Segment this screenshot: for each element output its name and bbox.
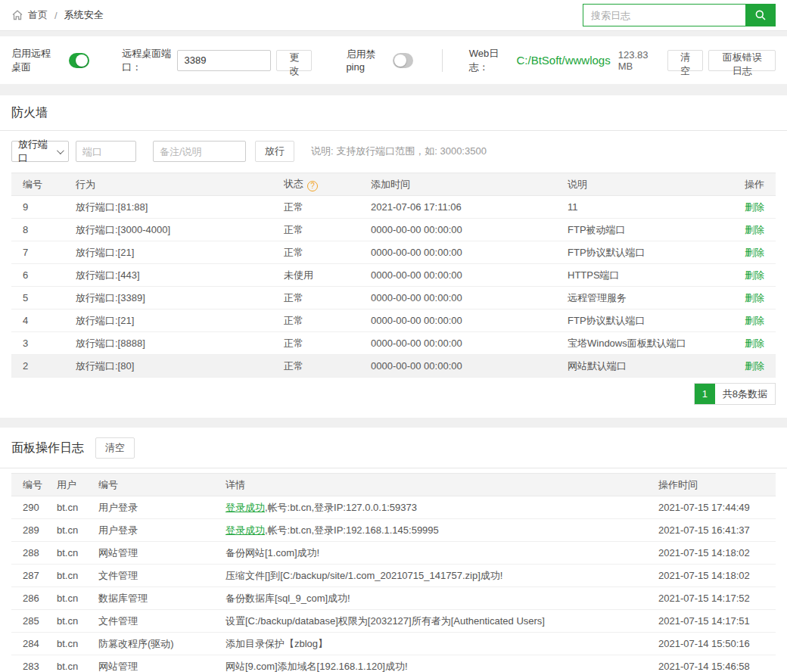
allow-port-button[interactable]: 放行 <box>255 141 294 162</box>
log-id: 288 <box>11 542 45 565</box>
log-id: 289 <box>11 519 45 542</box>
col-remark: 说明 <box>556 173 715 196</box>
rule-action: 放行端口:[81:88] <box>64 196 272 219</box>
section-divider <box>0 418 787 428</box>
port-type-select[interactable]: 放行端口 <box>11 141 69 162</box>
col-user: 用户 <box>45 474 87 496</box>
disable-ping-toggle[interactable] <box>393 53 413 68</box>
change-port-button[interactable]: 更改 <box>276 50 312 71</box>
remark-input[interactable] <box>153 141 246 162</box>
rule-remark: FTP协议默认端口 <box>556 241 715 264</box>
search-button[interactable] <box>745 4 776 26</box>
log-detail-link[interactable]: 登录成功 <box>226 502 265 513</box>
clear-logs-button[interactable]: 清空 <box>95 437 135 459</box>
log-time: 2021-07-15 16:41:37 <box>647 519 776 542</box>
rule-action: 放行端口:[3000-4000] <box>64 219 272 241</box>
rule-status: 正常 <box>272 219 359 241</box>
firewall-hint: 说明: 支持放行端口范围，如: 3000:3500 <box>311 145 487 158</box>
breadcrumb-home-link[interactable]: 首页 <box>28 8 48 22</box>
log-user: bt.cn <box>45 542 87 565</box>
search-input[interactable] <box>583 4 745 26</box>
rule-time: 0000-00-00 00:00:00 <box>359 219 556 241</box>
toggle-knob <box>394 54 406 67</box>
col-id: 编号 <box>11 474 45 496</box>
delete-rule-link[interactable]: 删除 <box>745 338 764 349</box>
rule-status: 正常 <box>272 196 359 219</box>
log-detail: 网站[9.com]添加域名[192.168.1.120]成功! <box>214 655 647 672</box>
remote-port-input[interactable] <box>177 50 271 71</box>
disable-ping-label: 启用禁ping <box>346 48 384 73</box>
log-type: 防篡改程序(驱动) <box>87 633 214 655</box>
firewall-title: 防火墙 <box>11 105 776 121</box>
firewall-rule-row: 3 放行端口:[8888] 正常 0000-00-00 00:00:00 宝塔W… <box>11 332 776 355</box>
log-time: 2021-07-14 15:50:16 <box>647 633 776 655</box>
rule-time: 0000-00-00 00:00:00 <box>359 332 556 355</box>
rule-action: 放行端口:[443] <box>64 264 272 287</box>
rule-action: 放行端口:[21] <box>64 241 272 264</box>
rule-action: 放行端口:[21] <box>64 310 272 332</box>
rule-id: 6 <box>11 264 64 287</box>
log-detail-text: 压缩文件[]到[C:/backup/site/1.com_20210715_14… <box>226 570 502 581</box>
weblog-size: 123.83 MB <box>618 49 657 72</box>
delete-rule-link[interactable]: 删除 <box>745 201 764 213</box>
rule-id: 4 <box>11 310 64 332</box>
log-detail-text: ,帐号:bt.cn,登录IP:127.0.0.1:59373 <box>265 502 417 513</box>
rule-id: 9 <box>11 196 64 219</box>
pagination-total: 共8条数据 <box>715 384 775 404</box>
breadcrumb-bar: 首页 / 系统安全 <box>0 0 787 31</box>
rule-status: 未使用 <box>272 264 359 287</box>
rule-time: 0000-00-00 00:00:00 <box>359 287 556 310</box>
rule-action: 放行端口:[3389] <box>64 287 272 310</box>
col-detail: 详情 <box>214 474 647 496</box>
log-detail: 登录成功,帐号:bt.cn,登录IP:192.168.1.145:59995 <box>214 519 647 542</box>
port-input[interactable] <box>76 141 136 162</box>
log-row: 286 bt.cn 数据库管理 备份数据库[sql_9_com]成功! 2021… <box>11 587 776 610</box>
remote-port-label: 远程桌面端口： <box>122 47 177 74</box>
log-detail: 设置[C:/backup/database]权限为[2032127]所有者为[A… <box>214 610 647 633</box>
panel-error-log-button[interactable]: 面板错误日志 <box>708 50 776 71</box>
delete-rule-link[interactable]: 删除 <box>745 224 764 235</box>
clear-weblog-button[interactable]: 清空 <box>667 50 703 71</box>
breadcrumb-separator: / <box>54 10 58 21</box>
log-row: 284 bt.cn 防篡改程序(驱动) 添加目录保护【zblog】 2021-0… <box>11 633 776 655</box>
log-detail-text: 备份网站[1.com]成功! <box>226 547 319 558</box>
log-detail: 备份网站[1.com]成功! <box>214 542 647 565</box>
home-icon <box>11 9 23 21</box>
delete-rule-link[interactable]: 删除 <box>745 360 764 372</box>
log-id: 290 <box>11 496 45 519</box>
log-detail-link[interactable]: 登录成功 <box>226 524 265 536</box>
log-detail-text: ,帐号:bt.cn,登录IP:192.168.1.145:59995 <box>265 524 439 536</box>
status-help-icon[interactable]: ? <box>307 181 318 191</box>
log-id: 287 <box>11 565 45 587</box>
firewall-form: 放行端口 放行 说明: 支持放行端口范围，如: 3000:3500 <box>0 131 787 162</box>
log-detail-text: 备份数据库[sql_9_com]成功! <box>226 593 350 604</box>
rule-id: 7 <box>11 241 64 264</box>
delete-rule-link[interactable]: 删除 <box>745 269 764 281</box>
log-user: bt.cn <box>45 496 87 519</box>
log-row: 287 bt.cn 文件管理 压缩文件[]到[C:/backup/site/1.… <box>11 565 776 587</box>
firewall-rule-row: 6 放行端口:[443] 未使用 0000-00-00 00:00:00 HTT… <box>11 264 776 287</box>
log-detail-text: 设置[C:/backup/database]权限为[2032127]所有者为[A… <box>226 615 545 627</box>
log-type: 文件管理 <box>87 610 214 633</box>
weblog-path-link[interactable]: C:/BtSoft/wwwlogs <box>516 54 610 67</box>
toggle-knob <box>76 54 88 67</box>
page-number-button[interactable]: 1 <box>695 384 715 404</box>
delete-rule-link[interactable]: 删除 <box>745 292 764 303</box>
delete-rule-link[interactable]: 删除 <box>745 315 764 326</box>
rule-id: 5 <box>11 287 64 310</box>
chevron-down-icon <box>57 147 64 154</box>
log-type: 数据库管理 <box>87 587 214 610</box>
section-divider <box>0 31 787 36</box>
log-id: 284 <box>11 633 45 655</box>
remote-desktop-toggle[interactable] <box>69 53 89 68</box>
firewall-rule-row: 7 放行端口:[21] 正常 0000-00-00 00:00:00 FTP协议… <box>11 241 776 264</box>
col-time: 添加时间 <box>359 173 556 196</box>
col-id: 编号 <box>11 173 64 196</box>
rule-status: 正常 <box>272 287 359 310</box>
log-row: 283 bt.cn 网站管理 网站[9.com]添加域名[192.168.1.1… <box>11 655 776 672</box>
delete-rule-link[interactable]: 删除 <box>745 247 764 258</box>
log-row: 288 bt.cn 网站管理 备份网站[1.com]成功! 2021-07-15… <box>11 542 776 565</box>
rule-id: 2 <box>11 355 64 378</box>
log-detail: 备份数据库[sql_9_com]成功! <box>214 587 647 610</box>
rule-time: 0000-00-00 00:00:00 <box>359 241 556 264</box>
